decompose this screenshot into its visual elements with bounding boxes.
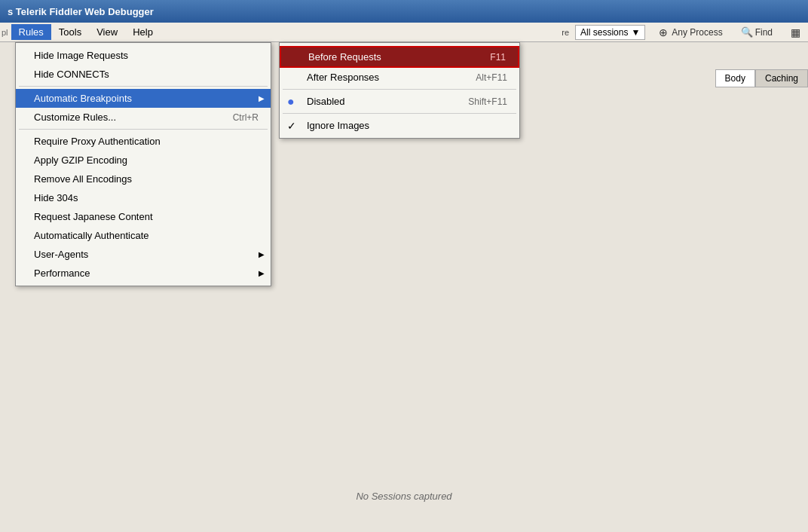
menu-dots: pl <box>2 28 8 37</box>
extra-button[interactable]: ▦ <box>785 25 806 40</box>
inspector-tabs: Body Caching <box>715 69 808 87</box>
breakpoints-submenu: Before Requests F11 After Responses Alt+… <box>279 42 520 139</box>
menu-hide-304s[interactable]: Hide 304s <box>16 188 271 207</box>
menu-item-view[interactable]: View <box>89 24 125 40</box>
session-dropdown[interactable]: All sessions ▼ <box>575 25 645 40</box>
disabled-indicator: ● <box>287 95 295 109</box>
menu-customize-rules[interactable]: Customize Rules... Ctrl+R <box>16 108 271 127</box>
find-button[interactable]: 🔍 Find <box>735 25 779 39</box>
menu-hide-image-requests[interactable]: Hide Image Requests <box>16 46 271 65</box>
crosshair-icon: ⊕ <box>657 26 669 38</box>
menu-require-proxy[interactable]: Require Proxy Authentication <box>16 132 271 151</box>
extra-icon: ▦ <box>791 26 800 38</box>
submenu-ignore-images[interactable]: ✓ Ignore Images <box>280 116 519 135</box>
menu-bar: pl Rules Tools View Help re All sessions… <box>0 23 808 42</box>
menu-item-tools[interactable]: Tools <box>51 24 89 40</box>
menu-item-help[interactable]: Help <box>125 24 161 40</box>
submenu-disabled[interactable]: ● Disabled Shift+F11 <box>280 92 519 111</box>
no-sessions-text: No Sessions captured <box>356 491 451 502</box>
menu-automatic-breakpoints[interactable]: Automatic Breakpoints <box>16 89 271 108</box>
menu-auto-authenticate[interactable]: Automatically Authenticate <box>16 226 271 245</box>
tab-caching[interactable]: Caching <box>755 69 808 87</box>
menu-hide-connects[interactable]: Hide CONNECTs <box>16 65 271 84</box>
binoculars-icon: 🔍 <box>741 26 753 38</box>
any-process-button[interactable]: ⊕ Any Process <box>651 25 728 40</box>
menu-performance[interactable]: Performance <box>16 264 271 283</box>
menu-request-japanese[interactable]: Request Japanese Content <box>16 207 271 226</box>
title-bar: s Telerik Fiddler Web Debugger <box>0 0 808 23</box>
menu-apply-gzip[interactable]: Apply GZIP Encoding <box>16 151 271 170</box>
menu-item-rules[interactable]: Rules <box>11 24 51 40</box>
submenu-after-responses[interactable]: After Responses Alt+F11 <box>280 68 519 87</box>
separator-1 <box>19 86 268 87</box>
title-text: s Telerik Fiddler Web Debugger <box>8 6 154 17</box>
rules-dropdown-menu: Hide Image Requests Hide CONNECTs Automa… <box>15 42 271 286</box>
truncated-text: re <box>562 28 569 37</box>
checkmark-indicator: ✓ <box>287 120 296 132</box>
menu-user-agents[interactable]: User-Agents <box>16 245 271 264</box>
submenu-before-requests[interactable]: Before Requests F11 <box>280 46 519 68</box>
submenu-separator-1 <box>283 89 516 90</box>
submenu-separator-2 <box>283 113 516 114</box>
menu-remove-encodings[interactable]: Remove All Encodings <box>16 170 271 188</box>
tab-body[interactable]: Body <box>715 69 755 87</box>
separator-2 <box>19 129 268 130</box>
